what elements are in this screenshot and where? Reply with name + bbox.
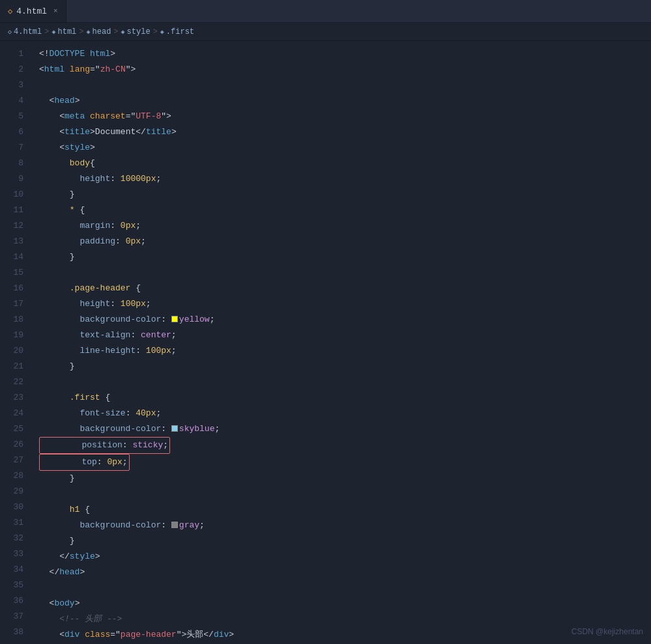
line-num: 31 xyxy=(5,515,23,531)
code-line-33: </style> xyxy=(36,549,651,565)
code-line-23: .first { xyxy=(36,390,651,406)
line-num: 25 xyxy=(5,421,23,437)
line-num: 30 xyxy=(5,499,23,515)
breadcrumb-sep-1: > xyxy=(44,27,49,36)
line-num: 26 xyxy=(5,437,23,453)
code-line-22 xyxy=(36,374,651,390)
code-line-15 xyxy=(36,265,651,281)
code-line-10: } xyxy=(36,187,651,203)
code-line-28: } xyxy=(36,471,651,486)
line-num: 29 xyxy=(5,484,23,499)
code-line-19: text-align: center; xyxy=(36,328,651,343)
head-icon: ◈ xyxy=(87,28,91,36)
breadcrumb-style-label: style xyxy=(127,27,151,36)
code-line-26: position: sticky; xyxy=(36,437,651,454)
breadcrumb-item-head[interactable]: ◈ head xyxy=(87,27,111,36)
breadcrumb-item-html[interactable]: ◈ html xyxy=(51,27,76,36)
code-line-11: * { xyxy=(36,203,651,218)
line-num: 17 xyxy=(5,296,23,312)
code-line-35 xyxy=(36,580,651,596)
line-num: 28 xyxy=(5,468,23,484)
line-num: 11 xyxy=(5,203,23,218)
color-swatch-skyblue xyxy=(171,425,178,432)
line-num: 38 xyxy=(5,624,23,640)
code-line-9: height: 10000px; xyxy=(36,171,651,187)
code-line-32: } xyxy=(36,533,651,549)
line-num: 5 xyxy=(5,109,23,124)
line-num: 39 xyxy=(5,640,23,644)
tab-4html[interactable]: ◇ 4.html × xyxy=(0,0,66,22)
line-num: 24 xyxy=(5,406,23,421)
line-num: 14 xyxy=(5,249,23,265)
breadcrumb-item-first[interactable]: ◈ .first xyxy=(160,27,194,36)
line-num: 32 xyxy=(5,531,23,546)
code-line-21: } xyxy=(36,359,651,374)
code-line-3 xyxy=(36,77,651,93)
tab-close-button[interactable]: × xyxy=(53,7,58,15)
line-num: 35 xyxy=(5,578,23,593)
code-line-36: <body> xyxy=(36,596,651,611)
code-line-12: margin: 0px; xyxy=(36,218,651,234)
code-line-13: padding: 0px; xyxy=(36,234,651,249)
code-line-17: height: 100px; xyxy=(36,296,651,312)
code-line-14: } xyxy=(36,249,651,265)
line-num: 23 xyxy=(5,390,23,406)
code-line-30: h1 { xyxy=(36,502,651,518)
line-num: 36 xyxy=(5,593,23,609)
file-icon: ◇ xyxy=(8,28,12,36)
breadcrumb-html-label: html xyxy=(57,27,76,36)
code-line-18: background-color: yellow; xyxy=(36,312,651,328)
color-swatch-yellow xyxy=(171,316,178,322)
line-num: 12 xyxy=(5,218,23,234)
html-icon: ◈ xyxy=(51,28,55,36)
line-num: 18 xyxy=(5,312,23,328)
breadcrumb-file-label: 4.html xyxy=(14,27,42,36)
tab-label: 4.html xyxy=(16,7,47,16)
tab-file-icon: ◇ xyxy=(8,7,12,16)
line-num: 6 xyxy=(5,124,23,140)
code-line-1: <!DOCTYPE html> xyxy=(36,46,651,62)
breadcrumb-sep-4: > xyxy=(153,27,158,36)
first-icon: ◈ xyxy=(160,28,164,36)
breadcrumb-sep-2: > xyxy=(79,27,83,36)
code-area[interactable]: <!DOCTYPE html> <html lang="zh-CN"> <hea… xyxy=(31,41,651,644)
line-num: 27 xyxy=(5,453,23,468)
line-num: 22 xyxy=(5,374,23,390)
code-line-24: font-size: 40px; xyxy=(36,406,651,421)
code-line-38: <div class="page-header">头部</div> xyxy=(36,627,651,643)
line-num: 16 xyxy=(5,281,23,296)
line-num: 1 xyxy=(5,46,23,62)
breadcrumb-sep-3: > xyxy=(113,27,118,36)
line-num: 33 xyxy=(5,546,23,562)
breadcrumb-head-label: head xyxy=(93,27,111,36)
line-num: 34 xyxy=(5,562,23,578)
line-num: 37 xyxy=(5,609,23,624)
line-num: 21 xyxy=(5,359,23,374)
code-line-37: <!-- 头部 --> xyxy=(36,611,651,627)
code-line-6: <title>Document</title> xyxy=(36,124,651,140)
code-line-4: <head> xyxy=(36,93,651,109)
code-line-29 xyxy=(36,486,651,502)
breadcrumb-item-style[interactable]: ◈ style xyxy=(121,27,151,36)
line-num: 3 xyxy=(5,77,23,93)
code-line-25: background-color: skyblue; xyxy=(36,421,651,437)
breadcrumb-item-file[interactable]: ◇ 4.html xyxy=(8,27,42,36)
style-icon: ◈ xyxy=(121,28,125,36)
breadcrumb: ◇ 4.html > ◈ html > ◈ head > ◈ style > ◈… xyxy=(0,23,651,41)
line-num: 9 xyxy=(5,171,23,187)
line-num: 20 xyxy=(5,343,23,359)
code-line-2: <html lang="zh-CN"> xyxy=(36,62,651,77)
code-line-16: .page-header { xyxy=(36,281,651,296)
watermark: CSDN @kejizhentan xyxy=(571,627,643,636)
breadcrumb-first-label: .first xyxy=(166,27,194,36)
editor: 1 2 3 4 5 6 7 8 9 10 11 12 13 14 15 16 1… xyxy=(0,41,651,644)
code-line-5: <meta charset="UTF-8"> xyxy=(36,109,651,124)
code-line-20: line-height: 100px; xyxy=(36,343,651,359)
line-numbers: 1 2 3 4 5 6 7 8 9 10 11 12 13 14 15 16 1… xyxy=(0,41,31,644)
line-num: 2 xyxy=(5,62,23,77)
line-num: 19 xyxy=(5,328,23,343)
color-swatch-gray xyxy=(171,522,178,528)
line-num: 8 xyxy=(5,156,23,171)
code-line-8: body{ xyxy=(36,156,651,171)
line-num: 15 xyxy=(5,265,23,281)
